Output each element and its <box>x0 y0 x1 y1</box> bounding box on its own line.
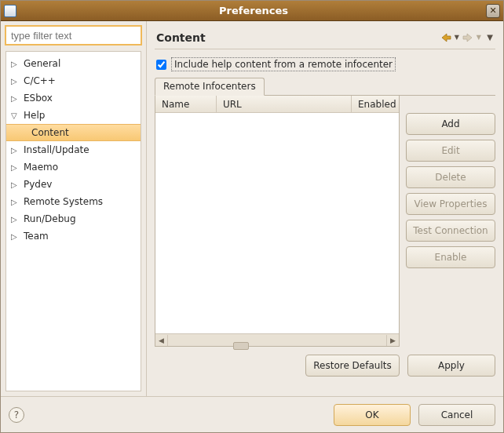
add-label: Add <box>441 118 459 129</box>
tree-item[interactable]: ▷Install/Update <box>6 141 141 158</box>
h-scrollbar[interactable]: ◀ ▶ <box>155 333 399 346</box>
enable-label: Enable <box>435 252 467 263</box>
col-header-name[interactable]: Name <box>155 96 217 112</box>
include-remote-row: Include help content from a remote infoc… <box>155 57 495 71</box>
body: ▷General▷C/C++▷ESbox▽HelpContent▷Install… <box>1 21 503 396</box>
page-action-row: Restore Defaults Apply <box>155 355 495 377</box>
tree-item[interactable]: ▷Maemo <box>6 158 141 176</box>
chevron-right-icon: ▷ <box>11 60 22 68</box>
tree-item-label: Remote Systems <box>22 196 103 207</box>
col-header-url[interactable]: URL <box>217 96 352 112</box>
test-connection-button[interactable]: Test Connection <box>406 220 495 242</box>
view-properties-label: View Properties <box>415 198 488 209</box>
tree-item-label: ESbox <box>22 93 53 104</box>
scroll-right-icon[interactable]: ▶ <box>386 335 399 346</box>
tab-remote-infocenters[interactable]: Remote Infocenters <box>155 78 265 96</box>
add-button[interactable]: Add <box>406 113 495 135</box>
close-button[interactable]: ✕ <box>486 4 500 18</box>
view-menu-button[interactable]: ▼ <box>484 33 495 42</box>
tree-item-label: Run/Debug <box>22 213 76 224</box>
table-header: Name URL Enabled <box>155 96 399 113</box>
chevron-right-icon: ▷ <box>11 77 22 86</box>
nav-back-button[interactable] <box>439 31 453 44</box>
apply-label: Apply <box>438 360 465 371</box>
test-connection-label: Test Connection <box>413 225 488 236</box>
include-remote-checkbox[interactable] <box>156 60 166 70</box>
page-title: Content <box>156 31 437 44</box>
tree-item-label: Install/Update <box>22 144 89 155</box>
tree-item[interactable]: ▷Remote Systems <box>6 193 141 210</box>
chevron-down-icon: ▽ <box>11 111 22 120</box>
delete-button[interactable]: Delete <box>406 166 495 188</box>
tree-item[interactable]: ▷Run/Debug <box>6 210 141 227</box>
help-icon: ? <box>14 409 19 420</box>
tree-item[interactable]: ▽Help <box>6 107 141 124</box>
restore-defaults-button[interactable]: Restore Defaults <box>305 355 400 377</box>
include-remote-label: Include help content from a remote infoc… <box>171 57 396 71</box>
tree-item-label: Pydev <box>22 179 52 190</box>
table-body[interactable] <box>155 113 399 333</box>
side-button-column: Add Edit Delete View Properties Test Con… <box>406 96 495 347</box>
triangle-down-icon: ▼ <box>487 33 493 42</box>
tree-item-label: General <box>22 58 60 69</box>
close-icon: ✕ <box>489 5 496 16</box>
enable-button[interactable]: Enable <box>406 246 495 268</box>
titlebar: Preferences ✕ <box>1 1 503 21</box>
view-properties-button[interactable]: View Properties <box>406 193 495 215</box>
table-area: Name URL Enabled ◀ ▶ Add Edit Delete <box>155 96 495 347</box>
chevron-right-icon: ▷ <box>11 232 22 241</box>
app-icon <box>4 5 16 17</box>
chevron-right-icon: ▷ <box>11 215 22 224</box>
apply-button[interactable]: Apply <box>407 355 495 377</box>
chevron-right-icon: ▷ <box>11 94 22 103</box>
chevron-right-icon: ▷ <box>11 146 22 155</box>
chevron-right-icon: ▷ <box>11 163 22 172</box>
help-button[interactable]: ? <box>9 407 24 423</box>
delete-label: Delete <box>435 172 466 183</box>
chevron-right-icon: ▷ <box>11 180 22 189</box>
tree-item[interactable]: ▷C/C++ <box>6 72 141 89</box>
tree-item[interactable]: Content <box>6 124 141 141</box>
sidebar: ▷General▷C/C++▷ESbox▽HelpContent▷Install… <box>1 21 147 396</box>
dialog-footer: ? OK Cancel <box>1 396 503 432</box>
content-header: Content ▼ ▼ ▼ <box>155 26 495 49</box>
chevron-down-icon: ▼ <box>477 34 481 41</box>
cancel-button[interactable]: Cancel <box>418 404 495 426</box>
ok-button[interactable]: OK <box>334 404 411 426</box>
edit-label: Edit <box>441 145 459 156</box>
category-tree[interactable]: ▷General▷C/C++▷ESbox▽HelpContent▷Install… <box>5 51 141 391</box>
tree-item-label: Content <box>30 127 69 138</box>
ok-label: OK <box>365 409 378 420</box>
remote-infocenters-table[interactable]: Name URL Enabled ◀ ▶ <box>155 96 400 347</box>
tree-item-label: C/C++ <box>22 75 56 86</box>
nav-forward-button[interactable] <box>461 31 475 44</box>
preferences-window: Preferences ✕ ▷General▷C/C++▷ESbox▽HelpC… <box>0 0 504 433</box>
edit-button[interactable]: Edit <box>406 140 495 162</box>
restore-defaults-label: Restore Defaults <box>313 360 391 371</box>
tree-item[interactable]: ▷Team <box>6 227 141 245</box>
tab-label: Remote Infocenters <box>163 81 256 92</box>
tree-item[interactable]: ▷Pydev <box>6 176 141 193</box>
tree-item-label: Help <box>22 110 45 121</box>
arrow-left-icon <box>440 33 451 42</box>
col-header-enabled[interactable]: Enabled <box>352 96 399 112</box>
window-title: Preferences <box>21 5 486 16</box>
scroll-left-icon[interactable]: ◀ <box>155 335 168 346</box>
chevron-right-icon: ▷ <box>11 198 22 206</box>
filter-input[interactable] <box>5 26 141 45</box>
tree-item-label: Team <box>22 231 49 242</box>
tree-item[interactable]: ▷General <box>6 55 141 72</box>
arrow-right-icon <box>462 33 473 42</box>
scroll-thumb[interactable] <box>233 342 249 350</box>
cancel-label: Cancel <box>441 409 473 420</box>
tab-strip: Remote Infocenters <box>155 78 495 96</box>
content-pane: Content ▼ ▼ ▼ Include help content from … <box>147 21 503 396</box>
chevron-down-icon: ▼ <box>455 34 459 41</box>
tree-item[interactable]: ▷ESbox <box>6 89 141 107</box>
tree-item-label: Maemo <box>22 162 58 173</box>
